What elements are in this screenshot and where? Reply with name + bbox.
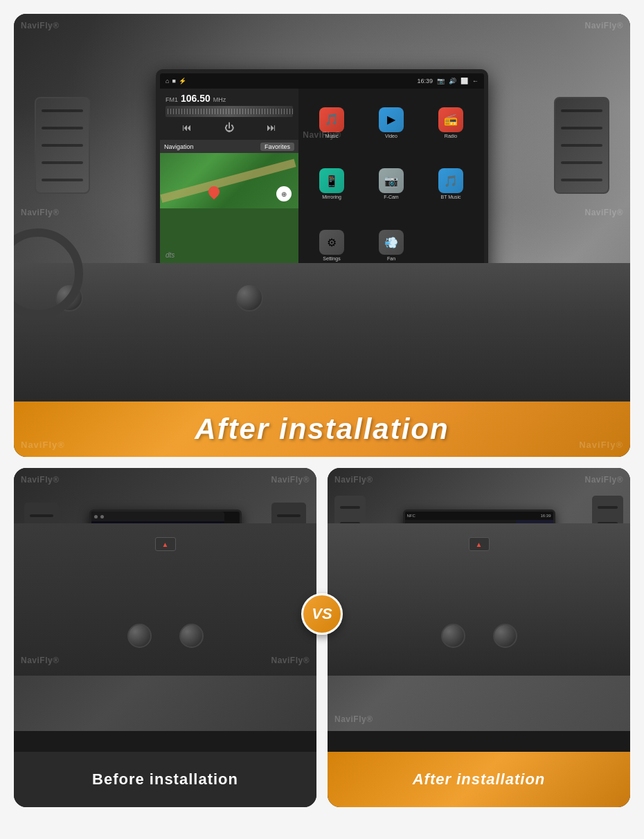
screen-content: ⌂ ■ ⚡ 16:39 📷 🔊 ⬜ ← (160, 73, 484, 280)
after-status-left: NFC (407, 514, 415, 518)
lightning-icon: ⚡ (179, 78, 186, 84)
after-installation-banner: NaviFly® NaviFly® After installation (14, 402, 630, 457)
app-radio[interactable]: 📻 Radio (422, 93, 480, 153)
vent-lines-left (36, 98, 89, 192)
right-climate-knob[interactable] (235, 284, 263, 312)
before-right-knob[interactable] (179, 624, 204, 648)
watermark-after-tr: NaviFly® (584, 475, 623, 485)
bt-app-label: BT Music (440, 195, 460, 199)
vent-line (42, 127, 83, 129)
vent-line (598, 506, 618, 509)
after-status-right: 16:39 (540, 514, 551, 518)
bt-app-icon: 🎵 (438, 168, 463, 193)
status-dot (94, 515, 98, 518)
watermark-before-tr: NaviFly® (271, 475, 310, 485)
radio-waveform (166, 106, 293, 117)
after-car-bg: NaviFly® NaviFly® NaviFly® (328, 468, 630, 731)
apps-grid: 🎵 Music ▶ Video 📻 Radio (298, 89, 484, 280)
after-installation-title: After installation (195, 413, 449, 446)
vent-line (561, 109, 602, 112)
page-wrapper: NaviFly® NaviFly® NaviFly® NaviFly® Navi… (0, 0, 644, 839)
before-installation-panel: NaviFly® NaviFly® NaviFly® NaviFly® (14, 468, 316, 807)
radio-app-label: Radio (445, 134, 457, 138)
mirror-app-icon: 📱 (319, 168, 344, 193)
radio-frequency: 106.50 (181, 93, 211, 104)
before-left-knob[interactable] (127, 624, 152, 648)
volume-icon: 🔊 (449, 78, 456, 84)
status-bar-left: ⌂ ■ ⚡ (166, 78, 186, 84)
time-display: 16:39 (417, 78, 433, 84)
vent-line (42, 179, 83, 181)
window-icon: ⬜ (460, 78, 468, 84)
power-icon[interactable]: ⏻ (224, 122, 234, 133)
nav-map: ⊕ (160, 153, 298, 208)
head-unit-display: ⌂ ■ ⚡ 16:39 📷 🔊 ⬜ ← (156, 69, 488, 284)
after-hazard-button[interactable]: ▲ (469, 537, 490, 551)
radio-section: FM1 106.50 MHz ⏮ ⏻ ⏭ (160, 89, 298, 141)
after-dashboard-lower: ▲ (328, 523, 630, 676)
after-right-knob[interactable] (493, 624, 517, 648)
nav-label: Navigation (164, 143, 194, 150)
nav-header: Navigation Favorites (160, 141, 298, 153)
watermark-banner-right: NaviFly® (579, 440, 623, 450)
app-music[interactable]: 🎵 Music (303, 93, 361, 153)
before-installation-label: Before installation (92, 770, 238, 788)
watermark-before-tl: NaviFly® (21, 475, 60, 485)
screen-left-panel: FM1 106.50 MHz ⏮ ⏻ ⏭ (160, 89, 298, 280)
favorites-dropdown[interactable]: Favorites (260, 143, 294, 151)
vent-line (277, 514, 301, 517)
after-left-knob[interactable] (441, 624, 465, 648)
vs-label: VS (312, 605, 332, 623)
prev-track-icon[interactable]: ⏮ (182, 122, 192, 133)
before-knobs (127, 624, 204, 648)
app-video[interactable]: ▶ Video (362, 93, 420, 153)
status-bar: ⌂ ■ ⚡ 16:39 📷 🔊 ⬜ ← (160, 73, 484, 89)
dashboard-bottom (14, 263, 630, 402)
watermark-tr: NaviFly® (584, 21, 623, 30)
after-knobs (441, 624, 517, 648)
before-label-area: Before installation (14, 752, 316, 807)
cam-app-label: F-Cam (384, 195, 398, 199)
vent-line (561, 144, 602, 147)
after-small-status: NFC 16:39 (405, 512, 553, 520)
vent-line (340, 506, 360, 509)
navigation-section: Navigation Favorites ⊕ dts (160, 141, 298, 264)
next-track-icon[interactable]: ⏭ (267, 122, 276, 133)
music-app-icon: 🎵 (319, 107, 344, 132)
status-bar-right: 16:39 📷 🔊 ⬜ ← (417, 78, 478, 84)
fan-app-label: Fan (387, 256, 395, 261)
watermark-mr: NaviFly® (584, 208, 623, 217)
climate-knobs (14, 263, 630, 332)
radio-unit: MHz (213, 96, 226, 103)
video-app-icon: ▶ (379, 107, 404, 132)
mirror-app-label: Mirroring (322, 195, 341, 199)
fan-app-icon: 💨 (379, 230, 404, 255)
app-mirroring[interactable]: 📱 Mirroring (303, 154, 361, 215)
watermark-banner-left: NaviFly® (21, 440, 65, 450)
nav-action-button[interactable]: ⊕ (276, 186, 292, 201)
nav-road (160, 159, 296, 203)
app-btmusic[interactable]: 🎵 BT Music (422, 154, 480, 215)
video-app-label: Video (385, 134, 397, 138)
status-dot (100, 515, 104, 518)
right-air-vent (554, 97, 609, 194)
after-car-interior: NaviFly® NaviFly® NaviFly® (328, 468, 630, 731)
back-icon: ← (472, 78, 478, 84)
screen-main: FM1 106.50 MHz ⏮ ⏻ ⏭ (160, 89, 484, 280)
dts-badge: dts (166, 251, 175, 259)
watermark-tl: NaviFly® (21, 21, 60, 30)
app-fcam[interactable]: 📷 F-Cam (362, 154, 420, 215)
watermark-ml: NaviFly® (21, 208, 60, 217)
top-section: NaviFly® NaviFly® NaviFly® NaviFly® Navi… (14, 14, 630, 457)
after-label-area: After installation (328, 752, 630, 807)
cam-app-icon: 📷 (379, 168, 404, 193)
vent-line (561, 161, 602, 164)
left-air-vent (35, 97, 90, 194)
radio-app-icon: 📻 (438, 107, 463, 132)
vent-line (42, 144, 83, 147)
before-hazard-button[interactable]: ▲ (155, 537, 176, 551)
notification-icon: ■ (172, 78, 175, 84)
vent-line (42, 109, 83, 112)
vent-line (561, 179, 602, 181)
radio-band: FM1 (166, 96, 178, 103)
